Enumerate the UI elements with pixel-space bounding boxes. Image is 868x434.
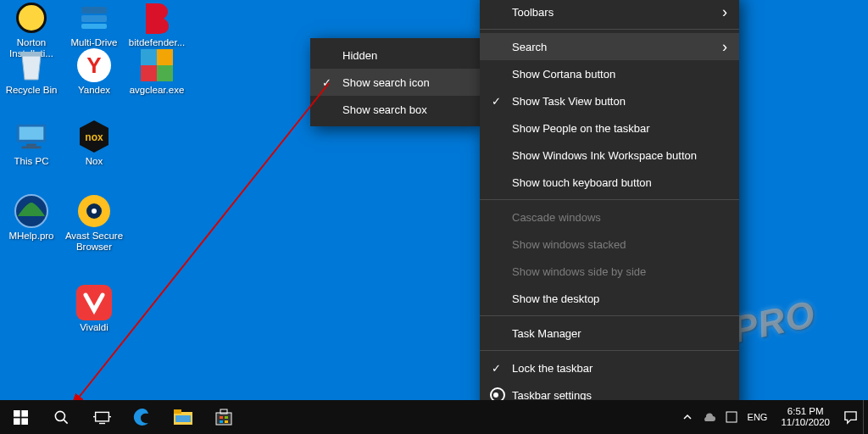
tray-language[interactable]: ENG — [743, 400, 773, 434]
tray-ime-icon[interactable] — [721, 400, 743, 434]
svg-rect-1 — [81, 15, 107, 22]
menu-item[interactable]: Show People on the taskbar — [480, 114, 739, 142]
yandex-icon: Y — [76, 47, 112, 83]
svg-rect-11 — [22, 146, 42, 148]
svg-rect-32 — [174, 409, 181, 414]
svg-rect-2 — [81, 24, 107, 29]
menu-item: Cascade windows — [480, 203, 739, 231]
svg-rect-23 — [14, 418, 20, 425]
desktop-icon-avgclear[interactable]: avgclear.exe — [125, 47, 188, 96]
menu-separator — [480, 199, 739, 200]
menu-item[interactable]: Show Windows Ink Workspace button — [480, 142, 739, 169]
svg-rect-24 — [21, 418, 28, 425]
tray-clock[interactable]: 6:51 PM 11/10/2020 — [772, 406, 838, 428]
desktop-icon-nox[interactable]: noxNox — [63, 119, 125, 167]
svg-rect-36 — [220, 416, 223, 419]
nox-icon: nox — [76, 119, 112, 154]
multidrive-icon — [76, 0, 112, 36]
svg-rect-0 — [81, 7, 107, 14]
menu-item[interactable]: Show Task View button — [480, 87, 739, 114]
search-submenu: HiddenShow search iconShow search box — [310, 38, 480, 126]
svg-rect-40 — [726, 412, 737, 422]
svg-line-26 — [63, 419, 67, 423]
svg-rect-3 — [20, 52, 42, 56]
svg-rect-7 — [157, 65, 173, 81]
submenu-item[interactable]: Show search icon — [310, 69, 480, 96]
avastsb-icon — [76, 193, 112, 229]
svg-text:nox: nox — [85, 131, 103, 143]
menu-item[interactable]: Task Manager — [480, 320, 739, 347]
menu-separator — [480, 29, 739, 30]
desktop-icon-label: avgclear.exe — [125, 85, 188, 96]
desktop-icon-yandex[interactable]: YYandex — [63, 47, 125, 96]
menu-item[interactable]: Toolbars — [480, 0, 739, 25]
desktop-icon-label: Avast Secure Browser — [63, 231, 125, 253]
svg-rect-33 — [175, 415, 191, 422]
menu-separator — [480, 350, 739, 351]
start-button[interactable] — [0, 400, 41, 434]
desktop-icon-mhelp[interactable]: MHelp.pro — [0, 193, 63, 242]
svg-rect-39 — [225, 420, 228, 423]
desktop-icon-thispc[interactable]: This PC — [0, 119, 63, 167]
recyclebin-icon — [14, 47, 49, 83]
svg-rect-19 — [76, 285, 112, 320]
svg-rect-27 — [95, 412, 108, 421]
show-desktop-button[interactable] — [863, 400, 868, 434]
tray-chevron-up-icon[interactable] — [678, 400, 697, 434]
vivaldi-icon — [76, 285, 112, 320]
svg-rect-38 — [220, 420, 223, 423]
microsoft-store-icon[interactable] — [203, 400, 244, 434]
svg-rect-4 — [141, 49, 157, 65]
thispc-icon — [14, 119, 49, 154]
svg-point-25 — [55, 411, 64, 420]
desktop-icon-recyclebin[interactable]: Recycle Bin — [0, 47, 63, 96]
svg-rect-6 — [141, 65, 157, 81]
submenu-item[interactable]: Show search box — [310, 96, 480, 123]
file-explorer-icon[interactable] — [163, 400, 203, 434]
taskbar: ENG 6:51 PM 11/10/2020 — [0, 400, 868, 434]
submenu-item[interactable]: Hidden — [310, 42, 480, 69]
desktop-icon-vivaldi[interactable]: Vivaldi — [63, 285, 125, 333]
task-view-button[interactable] — [81, 400, 122, 434]
menu-item: Show windows side by side — [480, 258, 739, 285]
mhelp-icon — [14, 193, 49, 229]
tray-time: 6:51 PM — [781, 406, 830, 417]
desktop-icon-label: This PC — [0, 156, 63, 167]
menu-separator — [480, 315, 739, 316]
svg-rect-10 — [26, 144, 36, 147]
action-center-icon[interactable] — [838, 400, 863, 434]
svg-rect-5 — [157, 49, 173, 65]
svg-rect-34 — [216, 413, 231, 425]
svg-rect-37 — [225, 416, 228, 419]
menu-item[interactable]: Lock the taskbar — [480, 354, 739, 381]
desktop-icon-label: MHelp.pro — [0, 231, 63, 242]
desktop-icon-label: Vivaldi — [63, 322, 125, 333]
desktop-icon-label: Yandex — [63, 85, 125, 96]
edge-icon[interactable] — [122, 400, 163, 434]
desktop-icon-avastsb[interactable]: Avast Secure Browser — [63, 193, 125, 253]
desktop-icon-label: Nox — [63, 156, 125, 167]
svg-point-18 — [92, 209, 97, 214]
avgclear-icon — [139, 47, 175, 83]
taskbar-context-menu: ToolbarsSearchShow Cortana buttonShow Ta… — [480, 0, 739, 412]
system-tray: ENG 6:51 PM 11/10/2020 — [678, 400, 868, 434]
tray-onedrive-icon[interactable] — [697, 400, 721, 434]
desktop-icon-label: Recycle Bin — [0, 85, 63, 96]
menu-item[interactable]: Search — [480, 33, 739, 60]
norton-icon — [14, 0, 49, 36]
bitdefender-icon — [139, 0, 175, 36]
desktop-icon-multidrive[interactable]: Multi-Drive — [63, 0, 125, 48]
desktop-icon-bitdefender[interactable]: bitdefender... — [125, 0, 188, 48]
svg-rect-9 — [19, 127, 44, 140]
tray-date: 11/10/2020 — [781, 417, 830, 428]
menu-item: Show windows stacked — [480, 231, 739, 258]
menu-item[interactable]: Show the desktop — [480, 285, 739, 312]
search-icon[interactable] — [41, 400, 81, 434]
svg-rect-22 — [21, 410, 28, 417]
menu-item[interactable]: Show Cortana button — [480, 60, 739, 87]
svg-rect-21 — [14, 410, 20, 417]
menu-item[interactable]: Show touch keyboard button — [480, 169, 739, 196]
